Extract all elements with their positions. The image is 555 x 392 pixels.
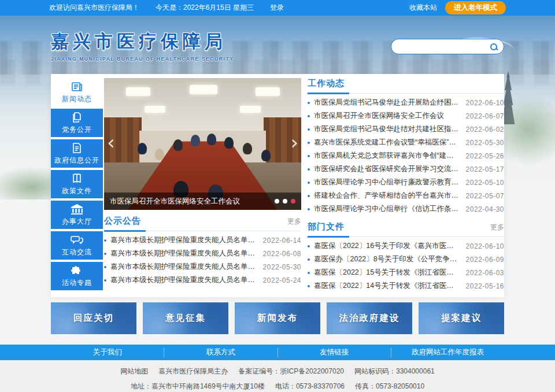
news-title-link[interactable]: 市医保局理论学习中心组举行廉政警示教育专题学习... <box>314 177 460 187</box>
quick-links-row: 回应关切意见征集新闻发布法治政府建设提案建议 <box>51 302 504 334</box>
sidebar-item-7[interactable]: 活动专题 <box>51 262 103 290</box>
carousel-dot-1[interactable] <box>275 199 279 204</box>
footer-info-text: 网站地图 <box>120 367 148 375</box>
news-item[interactable]: 市医保研究会赴省医保研究会开展学习交流活动2022-05-17 <box>308 162 504 176</box>
bullet-icon <box>104 279 106 282</box>
search-box[interactable] <box>391 39 504 54</box>
news-item[interactable]: 嘉兴市本级长期护理保险重度失能人员名单公示（2...2022-06-14 <box>104 234 301 247</box>
carousel-next-icon[interactable]: › <box>290 132 298 152</box>
quick-link-5[interactable]: 提案建议 <box>419 302 504 334</box>
search-icon[interactable] <box>490 43 498 51</box>
notices-title[interactable]: 公示公告 <box>104 216 141 227</box>
footer-nav-item-4[interactable]: 政府网站工作年度报表 <box>391 347 504 357</box>
footer-info-text: 网站标识码：3304000061 <box>354 367 435 375</box>
news-item[interactable]: 嘉医保〔2022〕15号关于转发《浙江省医疗保...2022-06-03 <box>308 266 504 279</box>
carousel-dot-3[interactable] <box>291 199 295 204</box>
footer-nav-item-2[interactable]: 联系方式 <box>164 347 278 357</box>
news-item[interactable]: 市医保局党组书记马俊华赴企开展助企纾困活动2022-06-10 <box>308 96 504 109</box>
news-item[interactable]: 嘉兴市本级长期护理保险重度失能人员名单公示（2...2022-05-24 <box>104 273 301 287</box>
chat-icon <box>71 234 83 246</box>
news-item[interactable]: 市医保局理论学习中心组举行廉政警示教育专题学习...2022-05-10 <box>308 176 504 189</box>
news-title-link[interactable]: 嘉医保〔2022〕16号关于印发《嘉兴市医疗保... <box>314 241 460 251</box>
news-item[interactable]: 嘉医保〔2022〕14号关于转发《浙江省医疗保...2022-05-16 <box>308 279 504 293</box>
topbar: 欢迎访问嘉兴市医疗保障局！ 今天是：2022年6月15日 星期三 登录 收藏本站… <box>0 0 555 16</box>
news-item[interactable]: 嘉医保〔2022〕16号关于印发《嘉兴市医疗保...2022-06-10 <box>308 239 504 253</box>
news-date: 2022-06-07 <box>466 112 504 120</box>
decor <box>145 106 165 113</box>
documents-title[interactable]: 部门文件 <box>308 221 345 232</box>
news-item[interactable]: 嘉兴市医保系统党建工作会议暨“幸福医保”党建联...2022-05-30 <box>308 136 504 149</box>
work-news-title[interactable]: 工作动态 <box>308 78 345 89</box>
decor-person <box>261 150 271 161</box>
sidebar-item-5[interactable]: 办事大厅 <box>51 201 103 229</box>
news-item[interactable]: 市医保局召开全市医保网络安全工作会议2022-06-07 <box>308 109 504 123</box>
footer-info-text: 备案证编号：浙ICP备2022007020 <box>238 367 344 375</box>
bullet-icon <box>308 285 310 287</box>
section-notices: 公示公告 更多 嘉兴市本级长期护理保险重度失能人员名单公示（2...2022-0… <box>104 216 301 287</box>
sidebar-item-label: 办事大厅 <box>62 217 92 227</box>
news-title-link[interactable]: 市医保局召开全市医保网络安全工作会议 <box>314 111 460 121</box>
news-title-link[interactable]: 嘉兴市医保系统党建工作会议暨“幸福医保”党建联... <box>314 138 460 147</box>
news-item[interactable]: 嘉兴市本级长期护理保险重度失能人员名单公示（2...2022-05-30 <box>104 260 301 273</box>
news-title-link[interactable]: 嘉医保〔2022〕14号关于转发《浙江省医疗保... <box>314 281 460 291</box>
sidebar-item-label: 党务公开 <box>62 125 92 135</box>
sidebar-item-6[interactable]: 互动交流 <box>51 231 103 260</box>
footer-nav: 关于我们联系方式友情链接政府网站工作年度报表 <box>0 345 555 360</box>
quick-link-2[interactable]: 意见征集 <box>143 302 228 334</box>
news-title-link[interactable]: 市医保局党组书记马俊华赴结对共建社区指导全国文... <box>314 124 460 134</box>
news-date: 2022-06-10 <box>466 242 504 250</box>
sidebar-item-4[interactable]: 政策文件 <box>51 170 103 198</box>
news-carousel[interactable]: ‹ › 市医保局召开全市医保网络安全工作会议 <box>104 78 301 210</box>
quick-link-1[interactable]: 回应关切 <box>51 302 136 334</box>
bank-icon <box>71 204 83 215</box>
news-title-link[interactable]: 嘉兴市本级长期护理保险重度失能人员名单公示（2... <box>110 262 257 272</box>
carousel-prev-icon[interactable]: ‹ <box>107 132 115 152</box>
news-item[interactable]: 搭建校企合作、产学研相结合的平台嘉兴市长期护理...2022-05-07 <box>308 189 504 202</box>
news-item[interactable]: 市医保局理论学习中心组举行《信访工作条例》专题...2022-04-30 <box>308 202 504 216</box>
login-link[interactable]: 登录 <box>270 3 284 13</box>
news-title-link[interactable]: 市医保研究会赴省医保研究会开展学习交流活动 <box>314 164 460 174</box>
notices-more-link[interactable]: 更多 <box>287 217 301 227</box>
news-title-link[interactable]: 搭建校企合作、产学研相结合的平台嘉兴市长期护理... <box>314 191 460 201</box>
carousel-caption-bar: 市医保局召开全市医保网络安全工作会议 <box>104 193 301 210</box>
section-documents: 部门文件 更多 嘉医保〔2022〕16号关于印发《嘉兴市医疗保...2022-0… <box>308 221 504 293</box>
news-title-link[interactable]: 市医保局理论学习中心组举行《信访工作条例》专题... <box>314 204 460 214</box>
footer-info-text: 嘉兴市医疗保障局主办 <box>158 367 228 375</box>
news-item[interactable]: 市医保局党组书记马俊华赴结对共建社区指导全国文...2022-06-02 <box>308 123 504 136</box>
news-title-link[interactable]: 嘉兴市本级长期护理保险重度失能人员名单公示（2... <box>110 249 257 258</box>
news-title-link[interactable]: 嘉医保办〔2022〕8号关于印发《公平竞争审查... <box>314 254 460 264</box>
news-title-link[interactable]: 嘉医保〔2022〕15号关于转发《浙江省医疗保... <box>314 268 460 278</box>
news-date: 2022-06-02 <box>466 125 504 134</box>
news-item[interactable]: 嘉医保办〔2022〕8号关于印发《公平竞争审查...2022-06-09 <box>308 253 504 266</box>
news-title-link[interactable]: 嘉兴市本级长期护理保险重度失能人员名单公示（2... <box>110 235 257 245</box>
news-date: 2022-05-26 <box>466 152 504 160</box>
news-item[interactable]: 嘉兴市本级长期护理保险重度失能人员名单公示（2...2022-06-08 <box>104 247 301 260</box>
quick-link-3[interactable]: 新闻发布 <box>235 302 320 334</box>
documents-more-link[interactable]: 更多 <box>490 223 504 232</box>
sidebar-item-label: 新闻动态 <box>62 94 92 104</box>
favorite-link[interactable]: 收藏本站 <box>409 3 437 13</box>
footer: 网站地图嘉兴市医疗保障局主办备案证编号：浙ICP备2022007020网站标识码… <box>0 360 555 392</box>
sidebar-item-1[interactable]: 新闻动态 <box>51 78 103 106</box>
search-input[interactable] <box>397 43 490 51</box>
carousel-dot-2[interactable] <box>283 199 287 204</box>
news-date: 2022-06-03 <box>466 269 504 277</box>
bullet-icon <box>104 266 106 268</box>
quick-link-4[interactable]: 法治政府建设 <box>327 302 412 334</box>
document-icon <box>71 142 83 154</box>
bullet-icon <box>308 142 310 144</box>
news-title-link[interactable]: 嘉兴市本级长期护理保险重度失能人员名单公示（2... <box>110 275 257 285</box>
sidebar-item-3[interactable]: 政府信息公开 <box>51 139 103 168</box>
sidebar-item-2[interactable]: 党务公开 <box>51 109 103 137</box>
news-title-link[interactable]: 市医保局党组书记马俊华赴企开展助企纾困活动 <box>314 98 460 108</box>
pages-icon <box>71 112 83 123</box>
content-card: 新闻动态党务公开政府信息公开政策文件办事大厅互动交流活动专题 <box>51 74 504 297</box>
news-title-link[interactable]: 市医保局机关党总支部获评嘉兴市争创“建设清廉机... <box>314 151 460 161</box>
elder-mode-button[interactable]: 进入老年模式 <box>445 1 506 14</box>
decor <box>240 106 261 113</box>
footer-nav-item-1[interactable]: 关于我们 <box>51 347 164 357</box>
carousel-caption[interactable]: 市医保局召开全市医保网络安全工作会议 <box>110 197 270 206</box>
footer-nav-item-3[interactable]: 友情链接 <box>278 347 391 357</box>
news-item[interactable]: 市医保局机关党总支部获评嘉兴市争创“建设清廉机...2022-05-26 <box>308 149 504 162</box>
bullet-icon <box>308 182 310 184</box>
